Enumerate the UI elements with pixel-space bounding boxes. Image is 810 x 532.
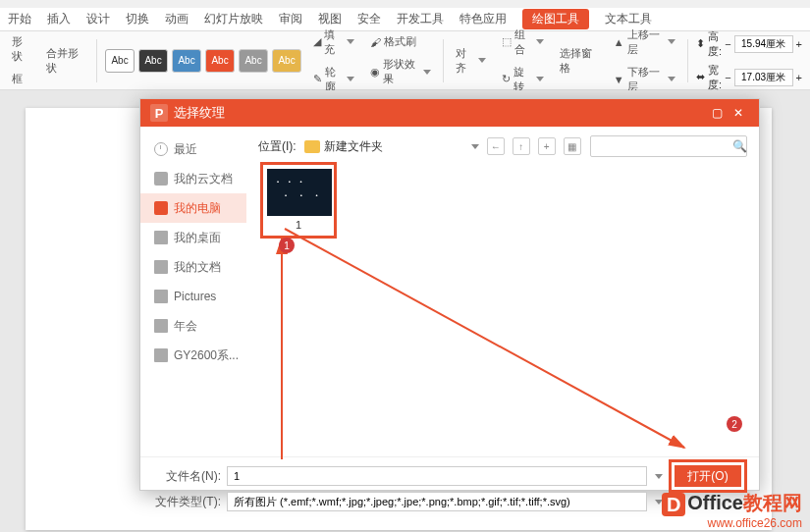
tab-design[interactable]: 设计 [86, 11, 110, 27]
texture-dialog: P 选择纹理 ▢ ✕ 最近 我的云文档 我的电脑 我的桌面 我的文档 Pictu… [139, 98, 760, 491]
location-value: 新建文件夹 [324, 138, 383, 155]
sidebar-item-recent[interactable]: 最近 [140, 134, 246, 164]
move-up-btn[interactable]: ▲上移一层 [610, 26, 679, 59]
format-painter-btn[interactable]: 🖌格式刷 [366, 32, 436, 51]
stepper-plus[interactable]: + [796, 72, 802, 83]
chevron-down-icon [536, 77, 544, 81]
chevron-down-icon[interactable] [655, 474, 663, 479]
sidebar-item-pictures[interactable]: Pictures [140, 282, 246, 311]
width-input[interactable] [734, 69, 793, 86]
sidebar-item-gy[interactable]: GY2600系... [140, 341, 246, 370]
watermark-logo-icon: D [662, 493, 685, 516]
dialog-title: 选择纹理 [174, 104, 706, 122]
pen-icon: ✎ [313, 73, 322, 85]
sidebar-item-label: 最近 [174, 141, 197, 158]
file-name: 1 [267, 216, 330, 232]
sidebar-item-computer[interactable]: 我的电脑 [140, 193, 246, 223]
dialog-sidebar: 最近 我的云文档 我的电脑 我的桌面 我的文档 Pictures 年会 GY26… [140, 127, 246, 456]
open-button[interactable]: 打开(O) [675, 465, 741, 487]
stepper-plus[interactable]: + [796, 38, 802, 50]
maximize-icon[interactable]: ▢ [706, 104, 728, 122]
width-label: 宽度: [708, 63, 722, 92]
chevron-down-icon [347, 39, 354, 44]
height-input[interactable] [734, 35, 793, 53]
file-item-1[interactable]: 1 [260, 162, 337, 239]
fill-btn[interactable]: ◢填充 [309, 26, 358, 59]
search-icon[interactable]: 🔍 [732, 139, 747, 153]
sidebar-item-docs[interactable]: 我的文档 [140, 252, 246, 282]
close-icon[interactable]: ✕ [728, 104, 749, 122]
folder-icon [154, 348, 168, 362]
combine-btn[interactable]: ⬚组合 [498, 26, 548, 59]
style-swatch-blue[interactable]: Abc [172, 49, 201, 73]
style-swatch-white[interactable]: Abc [105, 49, 135, 73]
tab-transition[interactable]: 切换 [126, 11, 149, 27]
style-swatch-orange[interactable]: Abc [205, 49, 235, 73]
shape-effect-btn[interactable]: ◉形状效果 [366, 55, 436, 88]
sidebar-item-label: 我的云文档 [174, 171, 233, 187]
height-label: 高度: [708, 29, 722, 59]
clock-icon [154, 142, 168, 156]
location-dropdown[interactable]: 新建文件夹 [304, 138, 461, 155]
up-folder-icon[interactable]: ↑ [513, 137, 530, 155]
filename-input[interactable] [227, 466, 647, 486]
effect-icon: ◉ [370, 66, 380, 79]
bucket-icon: ◢ [313, 35, 321, 48]
style-gallery[interactable]: Abc Abc Abc Abc Abc Abc [105, 49, 301, 73]
sidebar-item-label: Pictures [174, 290, 216, 303]
width-icon: ⬌ [696, 71, 705, 83]
new-folder-icon[interactable]: + [538, 137, 556, 155]
divider [687, 39, 688, 82]
tab-devtools[interactable]: 开发工具 [397, 11, 444, 27]
annotation-frame: 打开(O) [669, 459, 747, 493]
sidebar-item-label: 我的电脑 [174, 200, 221, 217]
tab-slideshow[interactable]: 幻灯片放映 [204, 11, 263, 27]
divider [96, 39, 97, 82]
search-input[interactable] [597, 140, 732, 152]
view-mode-icon[interactable]: ▦ [564, 137, 581, 155]
align-btn[interactable]: 对齐 [452, 44, 490, 78]
search-box[interactable]: 🔍 [590, 135, 747, 157]
tab-animation[interactable]: 动画 [165, 11, 189, 27]
style-swatch-yellow[interactable]: Abc [272, 49, 301, 73]
sidebar-item-label: GY2600系... [174, 347, 239, 364]
dialog-titlebar[interactable]: P 选择纹理 ▢ ✕ [140, 99, 759, 127]
sidebar-item-label: 年会 [174, 318, 197, 335]
sidebar-item-yearhui[interactable]: 年会 [140, 311, 246, 341]
ribbon-content: 形状 框 合并形状 Abc Abc Abc Abc Abc Abc ◢填充 ✎轮… [0, 31, 810, 90]
tab-security[interactable]: 安全 [357, 11, 381, 27]
chevron-down-icon [478, 58, 486, 63]
chevron-down-icon[interactable] [471, 144, 479, 149]
sidebar-item-cloud[interactable]: 我的云文档 [140, 164, 246, 193]
annotation-frame: 1 [260, 162, 337, 239]
app-logo-icon: P [150, 104, 168, 122]
sidebar-item-label: 我的文档 [174, 259, 221, 276]
sidebar-item-desktop[interactable]: 我的桌面 [140, 223, 246, 252]
back-icon[interactable]: ← [487, 137, 505, 155]
select-pane-btn[interactable]: 选择窗格 [556, 44, 602, 78]
folder-icon [154, 260, 168, 274]
merge-shapes-btn[interactable]: 合并形状 [42, 44, 88, 78]
chevron-down-icon [423, 70, 431, 75]
file-grid[interactable]: 1 [258, 158, 747, 449]
up-icon: ▲ [614, 36, 624, 48]
tab-review[interactable]: 审阅 [279, 11, 302, 27]
sidebar-item-label: 我的桌面 [174, 230, 221, 246]
tab-insert[interactable]: 插入 [47, 11, 71, 27]
filetype-dropdown[interactable] [227, 492, 647, 511]
watermark-url: www.office26.com [662, 516, 802, 530]
height-icon: ⬍ [696, 37, 705, 50]
thumbnail-image [267, 169, 332, 216]
folder-icon [304, 140, 320, 153]
down-icon: ▼ [614, 74, 624, 85]
folder-icon [154, 290, 168, 303]
tab-start[interactable]: 开始 [8, 11, 31, 27]
stepper-minus[interactable]: − [725, 38, 730, 50]
monitor-icon [154, 201, 168, 215]
style-swatch-gray[interactable]: Abc [239, 49, 268, 73]
stepper-minus[interactable]: − [725, 72, 730, 83]
group-icon: ⬚ [502, 35, 512, 48]
style-swatch-black[interactable]: Abc [138, 49, 168, 73]
rotate-icon: ↻ [502, 73, 511, 85]
cube-icon [154, 172, 168, 186]
